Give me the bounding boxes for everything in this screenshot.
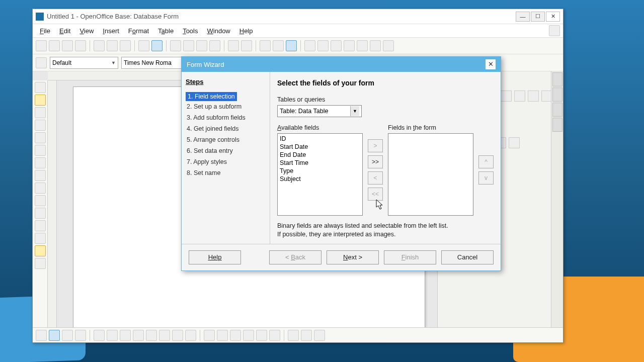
numbering-icon[interactable] [509,137,520,148]
option-tool[interactable] [35,170,46,181]
field-start-time[interactable]: Start Time [280,159,360,167]
dialog-titlebar[interactable]: Form Wizard ✕ [182,57,501,72]
minimize-button[interactable]: — [516,12,530,22]
shape-symbol-icon[interactable] [217,330,228,341]
maximize-button[interactable]: ☐ [531,12,545,22]
shape-star-icon[interactable] [269,330,280,341]
menu-tools[interactable]: Tools [179,26,202,36]
nav-last-icon[interactable] [75,330,86,341]
textbox-tool[interactable] [35,132,46,143]
nav-tool[interactable] [35,258,46,269]
formatted-tool[interactable] [35,145,46,156]
step-8[interactable]: 8. Set name [186,167,266,178]
link-button[interactable] [260,40,271,51]
form-design-tool[interactable] [35,95,46,106]
selection-tool[interactable] [35,82,46,93]
zoom-button[interactable] [370,40,381,51]
panel-tab-properties[interactable] [552,72,562,86]
menu-window[interactable]: Window [203,26,234,36]
field-start-date[interactable]: Start Date [280,143,360,151]
titlebar[interactable]: Untitled 1 - OpenOffice Base: Database F… [33,9,563,24]
find-button[interactable] [304,40,315,51]
menu-insert[interactable]: Insert [99,26,123,36]
combobox-tool[interactable] [35,195,46,206]
draw-arc-icon[interactable] [185,330,196,341]
open-button[interactable] [49,40,60,51]
shape-arrow-icon[interactable] [230,330,241,341]
preview-button[interactable] [120,40,131,51]
nav-next-icon[interactable] [62,330,73,341]
dialog-close-button[interactable]: ✕ [486,59,496,69]
draw-curve-icon[interactable] [159,330,170,341]
fontwork-icon[interactable] [288,330,299,341]
draw-select-icon[interactable] [94,330,105,341]
record-button[interactable] [317,40,329,51]
add-all-fields-button[interactable]: >> [368,155,383,168]
remove-field-button[interactable]: < [368,171,383,185]
step-1[interactable]: 1. Field selection [186,92,237,101]
help-button[interactable]: Help [189,250,241,264]
draw-poly-icon[interactable] [146,330,157,341]
wizard-tool[interactable] [35,245,46,256]
field-id[interactable]: ID [280,135,360,143]
checkbox-tool[interactable] [35,120,46,131]
menu-file[interactable]: FFileile [36,26,54,36]
export-pdf-button[interactable] [94,40,105,51]
print-button[interactable] [107,40,118,51]
add-field-button[interactable]: > [368,139,383,152]
more-tool[interactable] [35,220,46,231]
autospell-button[interactable] [151,40,163,51]
chart-button[interactable] [344,40,355,51]
image-button[interactable] [331,40,342,51]
copy-button[interactable] [183,40,194,51]
step-7[interactable]: 7. Apply styles [186,156,266,167]
button-tool[interactable] [35,157,46,168]
menu-edit[interactable]: Edit [55,26,74,36]
step-6[interactable]: 6. Set data entry [186,145,266,156]
remove-all-fields-button[interactable]: << [368,188,383,201]
shape-flow-icon[interactable] [243,330,254,341]
styles-button[interactable] [36,57,47,68]
label-tool[interactable] [35,208,46,219]
strike-icon[interactable] [514,90,525,102]
email-button[interactable] [75,40,86,51]
super-icon[interactable] [528,90,539,102]
new-doc-button[interactable] [36,40,47,51]
available-fields-listbox[interactable]: ID Start Date End Date Start Time Type S… [277,133,363,216]
nav-first-icon[interactable] [36,330,47,341]
draw-line-icon[interactable] [107,330,118,341]
paste-button[interactable] [196,40,207,51]
step-5[interactable]: 5. Arrange controls [186,134,266,145]
panel-tab-navigator[interactable] [552,118,562,132]
form-fields-listbox[interactable] [388,133,473,216]
cut-button[interactable] [170,40,181,51]
field-end-date[interactable]: End Date [280,151,360,159]
underline-icon[interactable] [501,90,512,102]
table-button[interactable] [273,40,284,51]
redo-button[interactable] [241,40,252,51]
tables-combobox[interactable]: Table: Data Table ▼ [277,105,362,117]
design-mode-button[interactable] [286,40,297,51]
back-button[interactable]: < Back [269,250,321,264]
panel-tab-styles[interactable] [552,87,562,102]
nav-prev-icon[interactable] [49,330,60,341]
cancel-button[interactable]: Cancel [441,250,494,264]
paragraph-style-select[interactable]: Default ▼ [50,57,118,69]
step-2[interactable]: 2. Set up a subform [186,101,266,112]
extrude-icon[interactable] [314,330,325,341]
menu-format[interactable]: Format [124,26,153,36]
brush-button[interactable] [209,40,220,51]
spellcheck-button[interactable] [138,40,149,51]
menu-help[interactable]: Help [235,26,257,36]
save-button[interactable] [62,40,73,51]
draw-ellipse-icon[interactable] [133,330,144,341]
listbox-tool[interactable] [35,183,46,194]
menu-view[interactable]: View [75,26,98,36]
extension-icon[interactable] [549,25,560,36]
draw-rect-icon[interactable] [120,330,131,341]
finish-button[interactable]: Finish [384,250,436,264]
navigator-button[interactable] [357,40,368,51]
move-down-button[interactable]: v [478,171,494,185]
shape-callout-icon[interactable] [256,330,267,341]
move-up-button[interactable]: ^ [478,155,494,168]
